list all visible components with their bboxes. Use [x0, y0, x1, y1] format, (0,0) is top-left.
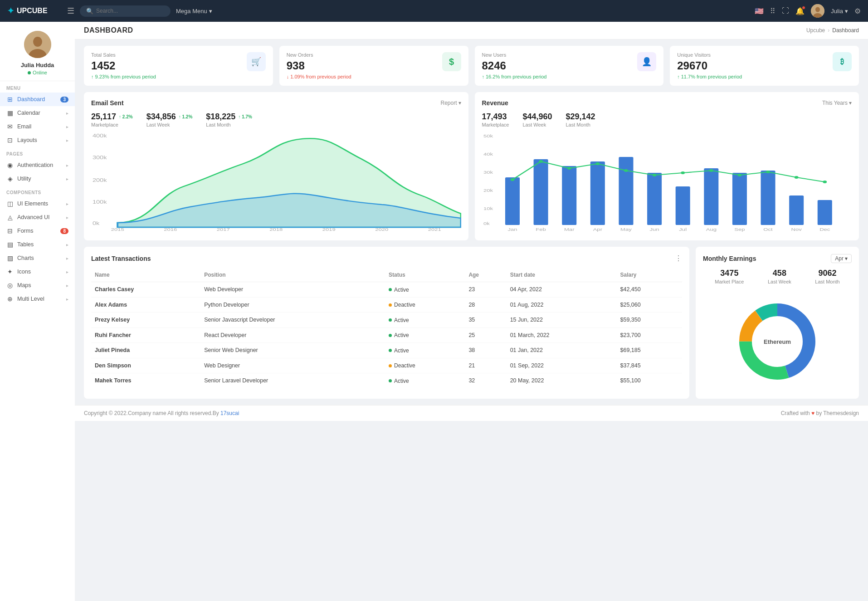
arrow-up-icon: ↑ [91, 74, 94, 79]
stat-icon: 🛒 [247, 52, 266, 71]
earnings-metric-last-week: 458 Last Week [768, 269, 791, 284]
components-section-label: COMPONENTS [0, 186, 75, 197]
username-button[interactable]: Julia ▾ [831, 8, 848, 15]
svg-text:2021: 2021 [428, 227, 441, 232]
sidebar-item-forms[interactable]: ⊟ Forms 8 [0, 224, 75, 238]
search-box[interactable]: 🔍 [80, 5, 171, 17]
sidebar-item-charts[interactable]: ▨ Charts ▸ [0, 251, 75, 265]
table-row: Juliet Pineda Senior Web Designer Active… [91, 343, 682, 358]
svg-text:May: May [620, 227, 632, 232]
svg-point-37 [539, 160, 543, 163]
cell-status: Deactive [385, 358, 465, 373]
chart-action-button[interactable]: This Years ▾ [822, 100, 852, 106]
chevron-icon: ▸ [66, 124, 68, 129]
chevron-icon: ▸ [66, 201, 68, 206]
svg-text:100k: 100k [93, 200, 107, 205]
sidebar: Julia Hudda Online MENU ⊞ Dashboard 3 ▦ … [0, 22, 75, 601]
stat-label: New Orders [287, 52, 351, 58]
table-row: Ruhi Fancher React Developer Active 25 0… [91, 327, 682, 343]
stat-card-new-orders: New Orders 938 ↓ 1.09% from previous per… [279, 46, 468, 86]
chart-action-button[interactable]: Report ▾ [440, 100, 461, 106]
sidebar-item-label: Email [17, 123, 63, 130]
sidebar-item-layouts[interactable]: ⊡ Layouts ▸ [0, 133, 75, 147]
apps-icon[interactable]: ⠿ [770, 7, 775, 15]
sidebar-item-multi-level[interactable]: ⊕ Multi Level ▸ [0, 292, 75, 306]
svg-text:40k: 40k [483, 152, 493, 156]
col-start-date: Start date [507, 268, 617, 282]
stat-change: ↓ 1.09% from previous period [287, 74, 351, 79]
sidebar-item-tables[interactable]: ▤ Tables ▸ [0, 238, 75, 251]
earnings-metric-last-month: 9062 Last Month [815, 269, 839, 284]
app-logo[interactable]: ✦ UPCUBE [7, 6, 62, 16]
sidebar-item-maps[interactable]: ◎ Maps ▸ [0, 279, 75, 292]
layouts-icon: ⊡ [6, 137, 14, 144]
sidebar-item-advanced-ui[interactable]: ◬ Advanced UI ▸ [0, 210, 75, 224]
forms-badge: 8 [60, 228, 68, 234]
sidebar-item-utility[interactable]: ◈ Utility ▸ [0, 172, 75, 186]
chart-metric-marketplace: 17,493 Marketplace [482, 112, 509, 127]
cell-position: Web Designer [200, 358, 385, 373]
status-badge: Active [389, 347, 409, 354]
sidebar-item-calendar[interactable]: ▦ Calendar ▸ [0, 106, 75, 120]
sidebar-profile: Julia Hudda Online [0, 22, 75, 81]
revenue-chart-card: Revenue This Years ▾ 17,493 Marketplace … [475, 92, 859, 240]
cell-position: Python Developer [200, 297, 385, 313]
stat-change: ↑ 16.2% from previous period [482, 74, 547, 79]
svg-rect-30 [675, 186, 690, 225]
search-input[interactable] [96, 8, 164, 14]
profile-status: Online [28, 70, 47, 75]
menu-section-label: MENU [0, 81, 75, 93]
earnings-header: Monthly Earnings Apr ▾ [703, 254, 852, 263]
svg-text:0k: 0k [483, 221, 489, 226]
footer-link[interactable]: 17sucai [220, 410, 239, 416]
chevron-icon: ▸ [66, 297, 68, 302]
app-body: Julia Hudda Online MENU ⊞ Dashboard 3 ▦ … [0, 22, 868, 601]
sidebar-item-label: Charts [17, 255, 63, 261]
svg-rect-28 [619, 157, 633, 225]
sidebar-item-authentication[interactable]: ◉ Authentication ▸ [0, 158, 75, 172]
svg-text:50k: 50k [483, 134, 493, 138]
hamburger-menu[interactable]: ☰ [67, 6, 74, 16]
stats-row: Total Sales 1452 ↑ 9.23% from previous p… [75, 39, 868, 92]
fullscreen-icon[interactable]: ⛶ [782, 7, 789, 15]
mega-menu-button[interactable]: Mega Menu ▾ [176, 8, 212, 15]
sidebar-item-dashboard[interactable]: ⊞ Dashboard 3 [0, 93, 75, 106]
chevron-icon: ▸ [66, 256, 68, 261]
sidebar-item-icons[interactable]: ✦ Icons ▸ [0, 265, 75, 279]
email-icon: ✉ [6, 123, 14, 130]
sidebar-item-label: UI Elements [17, 200, 63, 207]
svg-text:Jul: Jul [679, 227, 687, 232]
sidebar-item-ui-elements[interactable]: ◫ UI Elements ▸ [0, 197, 75, 210]
settings-icon[interactable]: ⚙ [854, 7, 861, 15]
arrow-up-icon: ↑ [482, 74, 485, 79]
svg-point-43 [709, 169, 713, 172]
breadcrumb-home[interactable]: Upcube [806, 27, 825, 34]
col-status: Status [385, 268, 465, 282]
sidebar-item-label: Layouts [17, 137, 63, 143]
svg-point-36 [510, 178, 514, 181]
table-row: Mahek Torres Senior Laravel Developer Ac… [91, 373, 682, 388]
cell-status: Deactive [385, 297, 465, 313]
transactions-more-button[interactable]: ⋮ [675, 254, 682, 263]
status-badge: Active [389, 332, 409, 338]
col-position: Position [200, 268, 385, 282]
status-indicator [389, 364, 392, 367]
pages-section-label: PAGES [0, 147, 75, 158]
svg-text:Jan: Jan [507, 227, 517, 232]
stat-label: Total Sales [91, 52, 156, 58]
stat-value: 1452 [91, 59, 156, 72]
stat-icon: ₿ [833, 52, 852, 71]
chart-title: Revenue [482, 99, 508, 107]
chart-metrics: 17,493 Marketplace $44,960 Last Week $29… [482, 112, 852, 127]
forms-icon: ⊟ [6, 227, 14, 235]
notification-bell-icon[interactable]: 🔔 [795, 7, 805, 15]
svg-text:Nov: Nov [791, 227, 802, 232]
chevron-down-icon: ▾ [209, 8, 212, 15]
logo-text: UPCUBE [17, 7, 48, 15]
earnings-filter-button[interactable]: Apr ▾ [831, 254, 852, 263]
user-avatar[interactable] [811, 4, 824, 18]
cell-position: Senior Laravel Developer [200, 373, 385, 388]
sidebar-item-email[interactable]: ✉ Email ▸ [0, 120, 75, 133]
cell-name: Alex Adams [91, 297, 200, 313]
language-flag[interactable]: 🇺🇸 [755, 7, 764, 15]
